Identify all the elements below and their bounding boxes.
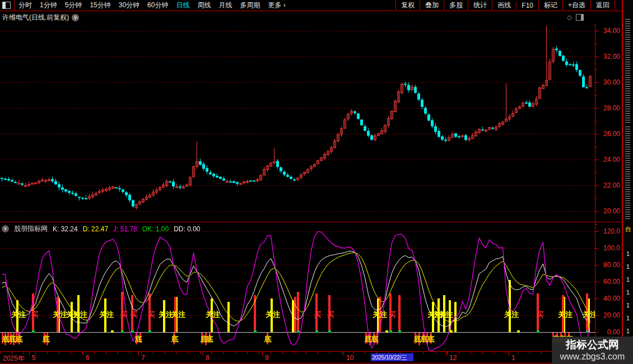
toolbar-period-item[interactable]: 1分钟 <box>36 1 61 9</box>
axis-tick <box>595 31 599 31</box>
toolbar-bottom-border <box>0 11 633 11</box>
price-axis-label: 30.00 <box>603 78 620 86</box>
trading-terminal-window: 分时1分钟5分钟15分钟30分钟60分钟日线周线月线多周期更多 › 复权叠加多股… <box>0 0 633 364</box>
pane-icons: ◇ <box>567 14 584 21</box>
kdj-d-value: D: 22.47 <box>83 225 108 233</box>
bottom-border <box>0 363 633 363</box>
toolbar-period-item[interactable]: 5分钟 <box>61 1 86 9</box>
toolbar-period-item[interactable]: 60分钟 <box>143 1 172 9</box>
month-label: 12 <box>449 354 457 362</box>
chevron-down-icon[interactable]: ∨ <box>72 14 79 21</box>
kdj-j-value: J: 51.78 <box>113 225 137 233</box>
month-tick <box>446 352 447 356</box>
axis-tick <box>595 185 599 186</box>
toolbar-period-item[interactable]: 分时 <box>15 1 36 9</box>
toolbar-action-item[interactable]: 复权 <box>395 1 420 10</box>
period-tabs: 分时1分钟5分钟15分钟30分钟60分钟日线周线月线多周期更多 › <box>15 1 290 10</box>
indicator-axis-label: 60.00 <box>603 278 620 286</box>
axis-tick <box>595 82 599 83</box>
selected-date-badge: 2025/10/22/三 <box>371 353 413 361</box>
toolbar-period-item[interactable]: 日线 <box>172 1 193 9</box>
strip-number-column: 1111111 <box>626 248 630 338</box>
price-axis-label: 26.00 <box>603 130 620 138</box>
indicator-axis-label: 0.00 <box>607 328 620 336</box>
toolbar-action-item[interactable]: 多股 <box>444 1 468 10</box>
kdj-dd-value: DD: 0.00 <box>174 225 200 233</box>
split-pane-icon[interactable] <box>576 14 584 21</box>
toolbar-action-item[interactable]: 返回 <box>590 1 615 10</box>
axis-tick <box>595 248 599 249</box>
kdj-k-value: K: 32.24 <box>53 225 78 233</box>
diamond-icon[interactable]: ◇ <box>567 14 572 21</box>
kdj-indicator-canvas[interactable] <box>0 223 595 351</box>
toolbar-action-item[interactable]: 统计 <box>468 1 492 10</box>
strip-number: 1 <box>626 273 630 286</box>
time-axis: 2025年 2025/10/22/三 5678910121 <box>0 352 595 363</box>
price-axis-label: 34.00 <box>603 27 620 35</box>
axis-minor-tick <box>595 69 597 70</box>
indicator-axis-label: 40.00 <box>603 295 620 302</box>
chevron-down-icon[interactable]: ∨ <box>2 225 9 232</box>
month-tick <box>203 352 203 356</box>
axis-tick <box>595 298 599 299</box>
strip-number: 1 <box>626 286 630 299</box>
axis-tick <box>595 315 599 316</box>
axis-minor-tick <box>595 172 597 173</box>
toolbar-action-item[interactable]: 标记 <box>538 1 562 10</box>
indicator-axis: 120.0100.080.0060.0040.0020.000.00 <box>595 223 622 351</box>
indicator-name: 股朋指标网 <box>14 224 48 234</box>
price-axis-label: 32.00 <box>603 53 620 60</box>
toolbar-action-item[interactable]: +自选 <box>562 1 590 10</box>
kdj-ok-value: OK: 1.00 <box>142 225 169 233</box>
month-tick <box>509 352 509 356</box>
strip-vertical-text-marks <box>625 127 630 221</box>
strip-number: 1 <box>626 248 630 260</box>
indicator-header: ∨ 股朋指标网 K: 32.24 D: 22.47 J: 51.78 OK: 1… <box>2 224 201 234</box>
axis-tick <box>595 282 599 282</box>
axis-minor-tick <box>595 198 597 199</box>
main-price-chart-canvas[interactable] <box>0 24 595 222</box>
axis-minor-tick <box>595 95 597 96</box>
strip-vertical-text-marks <box>625 19 630 123</box>
axis-tick <box>595 134 599 134</box>
indicator-axis-label: 20.00 <box>603 311 620 319</box>
toolbar-action-item[interactable]: 画线 <box>492 1 516 10</box>
month-label: 7 <box>141 354 145 362</box>
price-axis-label: 22.00 <box>603 181 620 189</box>
indicator-axis-label: 120.0 <box>603 227 620 235</box>
month-tick <box>29 352 30 356</box>
right-side-strip: 自 1111111 <box>623 0 633 364</box>
toolbar-period-item[interactable]: 30分钟 <box>115 1 143 9</box>
toolbar-action-item[interactable]: 叠加 <box>420 1 444 10</box>
month-label: 1 <box>511 354 515 362</box>
toolbar-period-item[interactable]: 周线 <box>193 1 215 9</box>
toolbar-period-item[interactable]: 多周期 <box>236 1 264 9</box>
axis-tick <box>595 211 599 212</box>
month-label: 6 <box>86 354 90 362</box>
year-label: 2025年 <box>3 354 25 363</box>
strip-number: 1 <box>626 299 630 312</box>
month-tick <box>83 352 83 356</box>
strip-badge[interactable]: 自 <box>625 225 631 234</box>
indicator-axis-label: 100.0 <box>603 244 620 252</box>
axis-minor-tick <box>595 147 597 147</box>
chart-titlebar: 许维电气(日线.前复权) ∨ <box>2 13 79 22</box>
window-layout-icon[interactable] <box>2 2 11 9</box>
month-label: 9 <box>265 354 269 362</box>
strip-number: 1 <box>626 312 630 325</box>
axis-tick <box>595 108 599 109</box>
month-label: 8 <box>206 354 210 362</box>
axis-tick <box>595 332 599 333</box>
month-label: 10 <box>346 354 353 362</box>
watermark-title: 指标公式网 <box>566 339 619 351</box>
toolbar-period-item[interactable]: 月线 <box>215 1 236 9</box>
stock-title: 许维电气(日线.前复权) <box>2 13 69 22</box>
axis-tick <box>595 231 599 232</box>
month-tick <box>343 352 344 356</box>
axis-minor-tick <box>595 121 597 122</box>
toolbar-period-item[interactable]: 15分钟 <box>86 1 114 9</box>
toolbar-action-item[interactable]: F10 <box>516 2 538 10</box>
strip-number: 1 <box>626 260 630 273</box>
price-axis-label: 24.00 <box>603 156 620 164</box>
toolbar-period-item[interactable]: 更多 › <box>264 1 289 9</box>
